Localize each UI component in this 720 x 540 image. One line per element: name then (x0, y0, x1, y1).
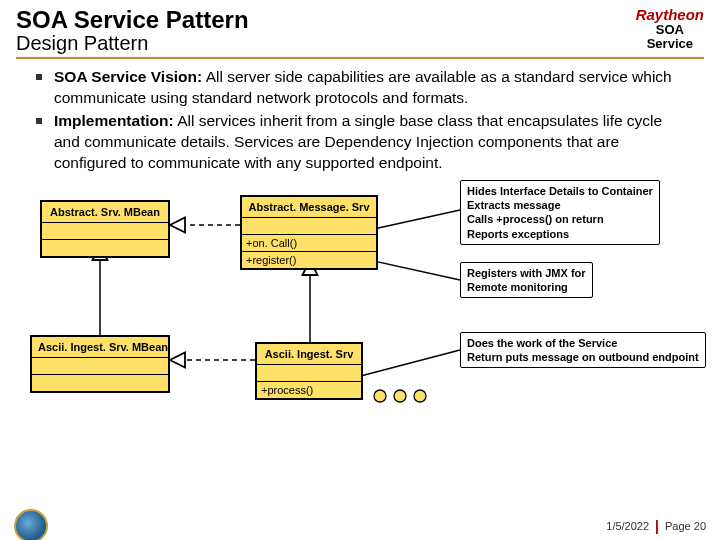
note-oncall: Hides Interface Details to Container Ext… (460, 180, 660, 245)
note-line: Extracts message (467, 198, 653, 212)
uml-op: +register() (242, 252, 376, 268)
note-line: Does the work of the Service (467, 336, 699, 350)
uml-ascii-ingest-srv-mbean: Ascii. Ingest. Srv. MBean (30, 335, 170, 393)
header-rule (16, 57, 704, 59)
bullet-lead: SOA Service Vision: (54, 68, 202, 85)
note-line: Calls +process() on return (467, 212, 653, 226)
note-line: Return puts message on outbound endpoint (467, 350, 699, 364)
slide-header: SOA Service Pattern Design Pattern Rayth… (0, 0, 720, 55)
brand-sub-1: SOA (636, 23, 704, 37)
footer-separator-icon: | (655, 518, 659, 534)
note-process: Does the work of the Service Return puts… (460, 332, 706, 369)
uml-attr-section (32, 358, 168, 375)
bullet-item: SOA Service Vision: All server side capa… (30, 67, 690, 109)
uml-ascii-ingest-srv: Ascii. Ingest. Srv +process() (255, 342, 363, 400)
svg-point-7 (374, 390, 386, 402)
page-title: SOA Service Pattern (16, 6, 249, 34)
uml-op: +on. Call() (242, 235, 376, 252)
uml-class-name: Ascii. Ingest. Srv (257, 344, 361, 365)
note-line: Hides Interface Details to Container (467, 184, 653, 198)
slide-footer: 1/5/2022 | Page 20 (0, 512, 720, 540)
uml-class-name: Ascii. Ingest. Srv. MBean (32, 337, 168, 358)
uml-ops-section (42, 240, 168, 256)
brand-logo: Raytheon (636, 6, 704, 23)
brand-block: Raytheon SOA Service (636, 6, 704, 52)
uml-diagram: Abstract. Srv. MBean Abstract. Message. … (30, 180, 720, 430)
note-line: Remote monitoring (467, 280, 586, 294)
uml-class-name: Abstract. Message. Srv (242, 197, 376, 218)
uml-attr-section (242, 218, 376, 235)
uml-class-name: Abstract. Srv. MBean (42, 202, 168, 223)
uml-attr-section (257, 365, 361, 382)
uml-abstract-message-srv: Abstract. Message. Srv +on. Call() +regi… (240, 195, 378, 270)
bullet-list: SOA Service Vision: All server side capa… (30, 67, 690, 174)
brand-sub-2: Service (636, 37, 704, 51)
uml-abstract-srv-mbean: Abstract. Srv. MBean (40, 200, 170, 258)
note-line: Registers with JMX for (467, 266, 586, 280)
footer-badge-icon (14, 509, 48, 540)
footer-right: 1/5/2022 | Page 20 (606, 518, 706, 534)
uml-op: +process() (257, 382, 361, 398)
footer-page: Page 20 (665, 520, 706, 532)
uml-attr-section (42, 223, 168, 240)
bullet-lead: Implementation: (54, 112, 174, 129)
content-area: SOA Service Vision: All server side capa… (0, 67, 720, 430)
svg-point-8 (394, 390, 406, 402)
note-line: Reports exceptions (467, 227, 653, 241)
note-register: Registers with JMX for Remote monitoring (460, 262, 593, 299)
page-subtitle: Design Pattern (16, 32, 249, 55)
bullet-item: Implementation: All services inherit fro… (30, 111, 690, 174)
svg-point-9 (414, 390, 426, 402)
footer-date: 1/5/2022 (606, 520, 649, 532)
title-block: SOA Service Pattern Design Pattern (16, 6, 249, 55)
uml-ops-section (32, 375, 168, 391)
svg-line-6 (353, 350, 460, 378)
